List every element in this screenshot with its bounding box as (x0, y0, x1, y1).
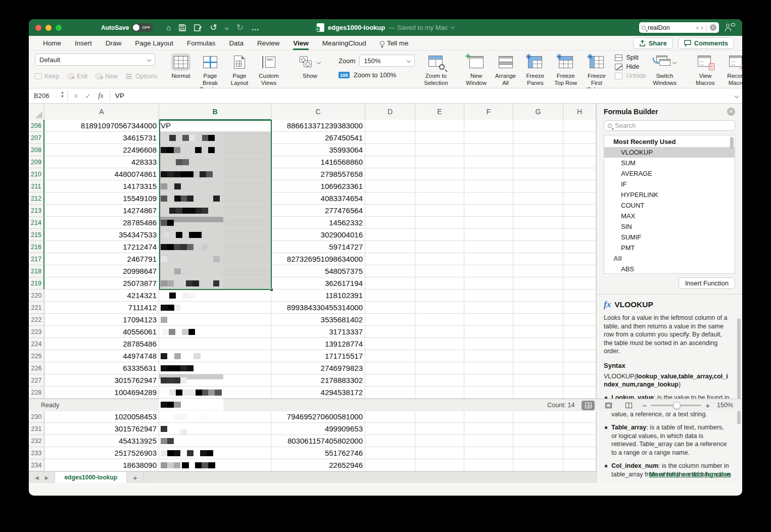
cell-A218[interactable]: 20998647 (44, 265, 159, 277)
cell-C217[interactable]: 827326951098634000 (271, 253, 365, 265)
switch-windows-button[interactable]: Switch Windows (653, 54, 677, 86)
cell-F210[interactable] (464, 168, 513, 180)
cell-F220[interactable] (464, 289, 513, 302)
row-header-210[interactable]: 210 (29, 168, 44, 180)
cell-D230[interactable] (365, 411, 415, 423)
formula-bar-value[interactable]: VP (115, 92, 124, 100)
cell-B217[interactable] (159, 253, 271, 265)
cell-B213[interactable] (159, 205, 271, 217)
cell-E228[interactable] (415, 386, 464, 399)
cell-H215[interactable] (563, 229, 596, 241)
column-header-A[interactable]: A (44, 104, 159, 120)
cell-B209[interactable] (159, 156, 271, 168)
cell-F206[interactable] (464, 120, 513, 132)
column-header-B[interactable]: B (159, 104, 271, 120)
page-break-preview-button[interactable]: Page Break Preview (199, 54, 221, 93)
cell-G212[interactable] (513, 192, 563, 205)
search-field[interactable]: realDon ‹ › | × (639, 22, 719, 33)
cell-C222[interactable]: 3535681402 (271, 314, 365, 326)
zoom-slider-knob[interactable] (673, 402, 681, 409)
cell-C232[interactable]: 803061157405802000 (271, 435, 365, 447)
cell-F216[interactable] (464, 241, 513, 253)
name-box-stepper[interactable]: ▲▼ (61, 90, 64, 98)
cell-B221[interactable] (159, 302, 271, 314)
enter-icon[interactable]: ✓ (85, 92, 91, 100)
row-header-221[interactable]: 221 (29, 302, 44, 314)
cell-G230[interactable] (513, 411, 563, 423)
cell-D225[interactable] (365, 350, 415, 362)
cell-E227[interactable] (415, 374, 464, 386)
function-item-pmt[interactable]: PMT (604, 243, 735, 253)
cell-B224[interactable] (159, 338, 271, 350)
cell-F212[interactable] (464, 192, 513, 205)
cell-D215[interactable] (365, 229, 415, 241)
cell-A222[interactable]: 17094123 (44, 314, 159, 326)
cell-G231[interactable] (513, 423, 563, 435)
cell-H232[interactable] (563, 435, 596, 447)
cell-E226[interactable] (415, 362, 464, 374)
save-as-icon[interactable] (194, 24, 202, 31)
cell-H211[interactable] (563, 180, 596, 192)
cell-D223[interactable] (365, 326, 415, 338)
list-scrollbar[interactable] (730, 137, 734, 149)
cell-B215[interactable] (159, 229, 271, 241)
cell-D220[interactable] (365, 289, 415, 302)
cell-H223[interactable] (563, 326, 596, 338)
cell-A211[interactable]: 14173315 (44, 180, 159, 192)
cell-F214[interactable] (464, 217, 513, 229)
cell-D228[interactable] (365, 386, 415, 399)
page-break-status-icon[interactable] (622, 401, 635, 410)
cell-F234[interactable] (464, 459, 513, 471)
cell-H228[interactable] (563, 386, 596, 399)
cell-A212[interactable]: 15549109 (44, 192, 159, 205)
cell-C230[interactable]: 794695270600581000 (271, 411, 365, 423)
cell-F219[interactable] (464, 277, 513, 289)
cell-G211[interactable] (513, 180, 563, 192)
cell-E212[interactable] (415, 192, 464, 205)
cell-A210[interactable]: 4480074861 (44, 168, 159, 180)
row-header-224[interactable]: 224 (29, 338, 44, 350)
cell-C234[interactable]: 22652946 (271, 459, 365, 471)
cell-F223[interactable] (464, 326, 513, 338)
cell-A219[interactable]: 25073877 (44, 277, 159, 289)
title-dropdown-chevron[interactable] (451, 25, 455, 29)
row-header-218[interactable]: 218 (29, 265, 44, 277)
cell-D217[interactable] (365, 253, 415, 265)
cell-F208[interactable] (464, 144, 513, 156)
share-button[interactable]: Share (633, 37, 673, 49)
function-item-sin[interactable]: SIN (604, 221, 735, 232)
view-macros-button[interactable]: View Macros (694, 54, 716, 86)
column-header-C[interactable]: C (271, 104, 365, 120)
cell-F215[interactable] (464, 229, 513, 241)
cell-H206[interactable] (563, 120, 596, 132)
sheet-view-select[interactable]: Default (35, 54, 155, 66)
cell-C209[interactable]: 1416568860 (271, 156, 365, 168)
cell-E222[interactable] (415, 314, 464, 326)
page-layout-status-icon[interactable] (602, 401, 615, 410)
cell-D234[interactable] (365, 459, 415, 471)
cell-H219[interactable] (563, 277, 596, 289)
column-header-F[interactable]: F (464, 104, 513, 120)
cell-H218[interactable] (563, 265, 596, 277)
record-macro-button[interactable]: Record Macro (724, 54, 742, 86)
cell-G219[interactable] (513, 277, 563, 289)
cell-A207[interactable]: 34615731 (44, 132, 159, 144)
function-item-hyperlink[interactable]: HYPERLINK (604, 189, 735, 200)
function-search-input[interactable]: Search (604, 120, 735, 131)
cell-A233[interactable]: 2517526903 (44, 447, 159, 459)
sheet-tab[interactable]: edges1000-lookup (55, 472, 127, 483)
cell-D212[interactable] (365, 192, 415, 205)
cell-F213[interactable] (464, 205, 513, 217)
search-next-icon[interactable]: › (701, 24, 703, 31)
column-header-H[interactable]: H (563, 104, 596, 120)
tab-page-layout[interactable]: Page Layout (135, 36, 173, 50)
cell-H220[interactable] (563, 289, 596, 302)
cell-G233[interactable] (513, 447, 563, 459)
cell-F231[interactable] (464, 423, 513, 435)
zoom-select[interactable]: 150% (359, 55, 415, 67)
cell-G209[interactable] (513, 156, 563, 168)
cell-C213[interactable]: 277476564 (271, 205, 365, 217)
cell-A216[interactable]: 17212474 (44, 241, 159, 253)
more-help-link[interactable]: More help on this function (649, 470, 732, 478)
show-button[interactable]: Show (297, 54, 323, 80)
